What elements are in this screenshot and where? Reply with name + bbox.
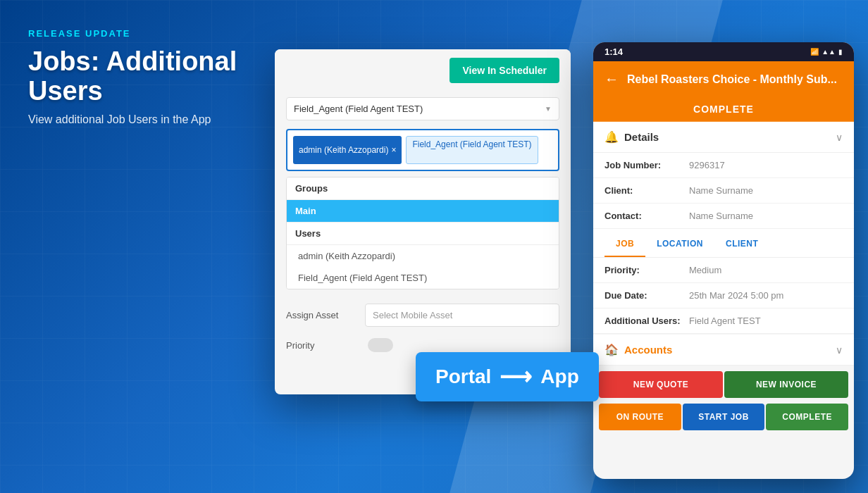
accounts-title: 🏠 Accounts [604,343,672,356]
left-content: RELEASE UPDATE Jobs: Additional Users Vi… [28,28,310,126]
status-bar: 1:14 📶 ▲▲ ▮ [593,42,854,61]
priority-label: Priority [286,340,356,351]
field-agent-value: Field_Agent (Field Agent TEST) [294,104,423,114]
job-number-label: Job Number: [604,160,689,170]
groups-header: Groups [287,177,559,200]
new-quote-button[interactable]: NEW QUOTE [599,371,723,398]
client-label: Client: [604,185,689,196]
bottom-buttons-row: ON ROUTE START JOB COMPLETE [593,404,854,436]
contact-label: Contact: [604,211,689,221]
contact-value: Name Surname [689,211,843,221]
status-icons: 📶 ▲▲ ▮ [810,48,843,56]
signal-icon: ▲▲ [822,48,836,56]
accounts-label: Accounts [624,344,672,356]
accounts-chevron-icon: ∨ [836,344,843,356]
status-time: 1:14 [604,46,623,57]
wifi-icon: 📶 [810,48,819,56]
assign-asset-select[interactable]: Select Mobile Asset [365,304,559,327]
portal-header: View In Scheduler [275,49,571,92]
on-route-button[interactable]: ON ROUTE [599,404,681,430]
user-item-admin[interactable]: admin (Keith Azzopardi) [287,245,559,267]
tag-field-agent: Field_Agent (Field Agent TEST) [406,136,538,164]
details-title: 🔔 Details [604,130,659,144]
details-label: Details [624,131,659,143]
chevron-up-icon: ∨ [836,132,843,143]
additional-users-label: Additional Users: [604,316,689,326]
tag-admin: admin (Keith Azzopardi) × [293,136,402,164]
app-panel: 1:14 📶 ▲▲ ▮ ← Rebel Roasters Choice - Mo… [593,42,854,479]
main-title: Jobs: Additional Users [28,47,310,106]
banner-app-text: App [540,366,578,388]
release-label: RELEASE UPDATE [28,28,310,39]
new-invoice-button[interactable]: NEW INVOICE [724,371,848,398]
user-item-field-agent[interactable]: Field_Agent (Field Agent TEST) [287,267,559,289]
battery-icon: ▮ [838,48,843,56]
tab-client[interactable]: CLIENT [714,232,769,257]
priority-detail-label: Priority: [604,265,689,275]
field-agent-select[interactable]: Field_Agent (Field Agent TEST) ▼ [286,97,559,120]
tab-job[interactable]: JOB [604,232,645,257]
portal-app-banner: Portal ⟶ App [416,352,599,401]
portal-panel: View In Scheduler Field_Agent (Field Age… [275,49,571,394]
assign-asset-row: Assign Asset Select Mobile Asset [275,298,571,332]
due-date-label: Due Date: [604,290,689,301]
tab-location[interactable]: LOCATION [645,232,714,257]
field-agent-row: Field_Agent (Field Agent TEST) ▼ [275,92,571,126]
additional-users-value: Field Agent TEST [689,316,843,326]
complete-text: COMPLETE [693,104,754,115]
app-header: ← Rebel Roasters Choice - Monthly Sub... [593,61,854,97]
view-scheduler-button[interactable]: View In Scheduler [450,58,559,83]
bell-icon: 🔔 [604,130,619,144]
action-buttons-row: NEW QUOTE NEW INVOICE [593,366,854,404]
chevron-down-icon: ▼ [545,105,552,113]
tag-close-icon[interactable]: × [391,145,396,155]
home-icon: 🏠 [604,343,619,356]
banner-portal-text: Portal [435,366,491,388]
accounts-header-row[interactable]: 🏠 Accounts ∨ [593,335,854,366]
back-button[interactable]: ← [604,71,619,87]
dropdown-list: Groups Main Users admin (Keith Azzopardi… [286,177,559,289]
priority-detail-value: Medium [689,265,843,275]
tags-area[interactable]: admin (Keith Azzopardi) × Field_Agent (F… [286,129,559,171]
complete-badge: COMPLETE [593,97,854,122]
details-header-row[interactable]: 🔔 Details ∨ [593,122,854,153]
due-date-value: 25th Mar 2024 5:00 pm [689,290,843,301]
subtitle: View additional Job Users in the App [28,113,310,126]
job-number-row: Job Number: 9296317 [593,153,854,178]
assign-asset-placeholder: Select Mobile Asset [373,310,452,320]
contact-row: Contact: Name Surname [593,204,854,229]
tag-admin-label: admin (Keith Azzopardi) [299,145,388,155]
assign-asset-label: Assign Asset [286,310,356,320]
complete-button[interactable]: COMPLETE [766,404,848,430]
priority-toggle[interactable] [368,338,393,352]
app-title: Rebel Roasters Choice - Monthly Sub... [627,73,843,86]
selected-group[interactable]: Main [287,200,559,222]
additional-users-row: Additional Users: Field Agent TEST [593,308,854,334]
tag-field-agent-label: Field_Agent (Field Agent TEST) [412,139,531,149]
details-section: 🔔 Details ∨ Job Number: 9296317 Client: … [593,122,854,334]
job-number-value: 9296317 [689,160,843,170]
tab-bar: JOB LOCATION CLIENT [593,229,854,258]
client-value: Name Surname [689,185,843,196]
users-header: Users [287,222,559,245]
client-row: Client: Name Surname [593,178,854,204]
due-date-row: Due Date: 25th Mar 2024 5:00 pm [593,283,854,308]
accounts-section: 🏠 Accounts ∨ [593,335,854,366]
priority-detail-row: Priority: Medium [593,258,854,283]
arrow-right-icon: ⟶ [500,363,532,390]
start-job-button[interactable]: START JOB [683,404,765,430]
